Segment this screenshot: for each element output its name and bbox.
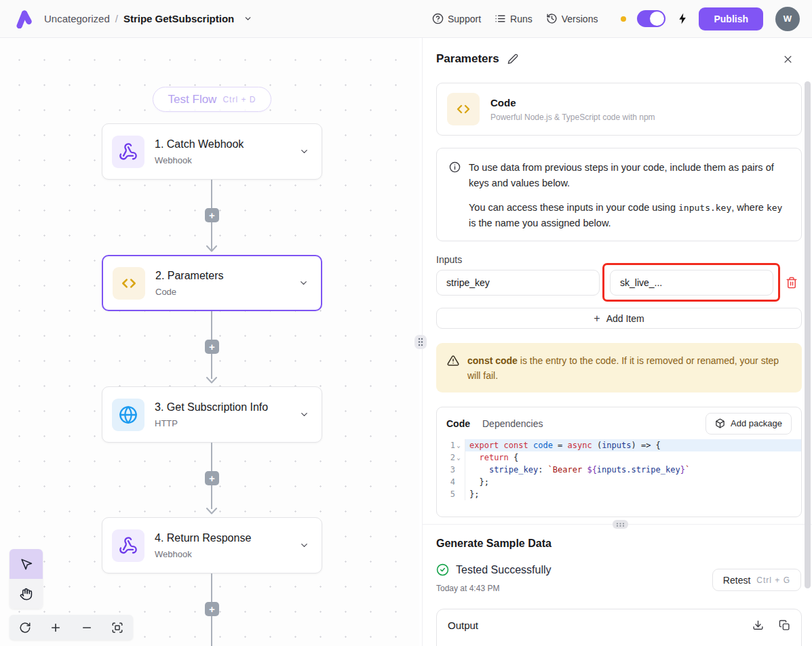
step-subtitle: Code bbox=[155, 287, 288, 297]
inputs-info-card: To use data from previous steps in your … bbox=[436, 148, 802, 241]
code-line[interactable]: return { bbox=[465, 451, 801, 464]
flow-enabled-toggle[interactable] bbox=[637, 10, 665, 27]
info-paragraph-2: You can access these inputs in your code… bbox=[469, 200, 789, 232]
download-output-button[interactable] bbox=[752, 620, 764, 631]
add-package-label: Add package bbox=[731, 418, 782, 428]
tab-code[interactable]: Code bbox=[446, 418, 470, 429]
step-chevron-icon[interactable] bbox=[299, 146, 309, 157]
piece-info-card: Code Powerful Node.js & TypeScript code … bbox=[436, 83, 802, 136]
app-window: Uncategorized / Stripe GetSubscription S… bbox=[0, 0, 812, 646]
test-flow-button[interactable]: Test Flow Ctrl + D bbox=[153, 87, 271, 112]
zoom-in-button[interactable] bbox=[44, 616, 67, 639]
code-lines[interactable]: export const code = async (inputs) => { … bbox=[465, 439, 801, 500]
step-subtitle: HTTP bbox=[155, 418, 289, 428]
code-icon bbox=[113, 267, 145, 300]
edge-arrowhead-icon bbox=[206, 508, 218, 514]
step-card-parameters[interactable]: 2. Parameters Code bbox=[102, 255, 322, 311]
zoom-out-button[interactable] bbox=[75, 616, 98, 639]
info-p2-mid: , where bbox=[731, 202, 767, 213]
section-resize-handle[interactable] bbox=[613, 520, 628, 529]
piece-text: Code Powerful Node.js & TypeScript code … bbox=[490, 97, 655, 122]
add-step-button[interactable]: + bbox=[205, 602, 219, 616]
runs-label: Runs bbox=[510, 14, 533, 24]
fit-view-button[interactable] bbox=[106, 616, 129, 639]
copy-icon bbox=[779, 620, 790, 631]
add-item-button[interactable]: + Add Item bbox=[436, 308, 802, 329]
retest-button[interactable]: Retest Ctrl + G bbox=[712, 569, 801, 591]
test-flow-shortcut: Ctrl + D bbox=[223, 95, 256, 104]
breadcrumb-separator: / bbox=[115, 13, 118, 24]
breadcrumb-category[interactable]: Uncategorized bbox=[44, 13, 110, 24]
add-step-button[interactable]: + bbox=[205, 471, 219, 485]
hand-icon bbox=[20, 588, 33, 601]
add-package-button[interactable]: Add package bbox=[705, 413, 792, 435]
avatar[interactable]: W bbox=[775, 7, 800, 31]
pan-tool-button[interactable] bbox=[9, 579, 43, 609]
tab-dependencies[interactable]: Dependencies bbox=[482, 418, 543, 429]
step-text: 3. Get Subscription Info HTTP bbox=[155, 401, 289, 428]
grip-dots-icon bbox=[418, 338, 423, 346]
piece-name: Code bbox=[490, 97, 655, 108]
webhook-icon bbox=[112, 529, 144, 562]
instant-run-bolt-icon[interactable] bbox=[676, 12, 689, 26]
support-label: Support bbox=[448, 14, 481, 24]
code-line[interactable]: }; bbox=[465, 488, 801, 500]
panel-scrollbar[interactable] bbox=[805, 81, 811, 588]
step-card-get-subscription-info[interactable]: 3. Get Subscription Info HTTP bbox=[102, 386, 322, 443]
warning-bold: const code bbox=[467, 355, 518, 366]
versions-button[interactable]: Versions bbox=[539, 7, 605, 30]
test-status-text: Tested Successfully bbox=[456, 564, 552, 576]
panel-resize-handle[interactable] bbox=[414, 335, 427, 349]
flow-canvas[interactable]: Test Flow Ctrl + D 1. Catch Webhook Webh… bbox=[0, 38, 419, 646]
input-value-field[interactable] bbox=[610, 270, 773, 296]
editor-header: Code Dependencies Add package bbox=[437, 407, 801, 439]
code-editor[interactable]: 1⌄2⌄3⌄4⌄5⌄ export const code = async (in… bbox=[437, 439, 801, 500]
download-icon bbox=[752, 620, 764, 631]
toggle-knob bbox=[650, 12, 664, 26]
canvas-tool-group bbox=[9, 549, 43, 609]
flow-menu-chevron-icon[interactable] bbox=[244, 14, 252, 23]
info-p2-before: You can access these inputs in your code… bbox=[469, 202, 678, 213]
warning-triangle-icon bbox=[447, 355, 459, 382]
step-chevron-icon[interactable] bbox=[299, 409, 309, 420]
activepieces-logo-icon[interactable] bbox=[16, 9, 34, 28]
output-actions bbox=[752, 620, 790, 631]
add-step-button[interactable]: + bbox=[205, 340, 219, 354]
input-key-field[interactable] bbox=[436, 270, 600, 296]
top-header: Uncategorized / Stripe GetSubscription S… bbox=[0, 0, 812, 38]
close-panel-button[interactable] bbox=[783, 54, 793, 64]
step-title: 2. Parameters bbox=[155, 270, 288, 282]
delete-input-button[interactable] bbox=[782, 273, 801, 292]
step-chevron-icon[interactable] bbox=[298, 278, 309, 288]
runs-list-icon bbox=[495, 13, 506, 24]
support-button[interactable]: Support bbox=[425, 7, 488, 30]
output-card: Output bbox=[436, 609, 802, 646]
copy-output-button[interactable] bbox=[779, 620, 790, 631]
reset-view-button[interactable] bbox=[14, 616, 37, 639]
code-line[interactable]: }; bbox=[465, 476, 801, 488]
draft-status-dot bbox=[621, 16, 626, 22]
fit-screen-icon bbox=[111, 622, 123, 634]
info-icon bbox=[449, 161, 461, 229]
edge-arrowhead-icon bbox=[206, 245, 218, 252]
step-card-return-response[interactable]: 4. Return Response Webhook bbox=[102, 517, 322, 573]
rename-step-button[interactable] bbox=[507, 54, 518, 64]
publish-button[interactable]: Publish bbox=[699, 7, 763, 31]
code-line[interactable]: stripe_key: `Bearer ${inputs.stripe_key}… bbox=[465, 464, 801, 476]
code-icon bbox=[447, 93, 480, 125]
runs-button[interactable]: Runs bbox=[488, 7, 539, 30]
rotate-icon bbox=[19, 622, 31, 634]
code-editor-card: Code Dependencies Add package 1⌄2⌄3⌄4⌄5⌄… bbox=[436, 407, 802, 517]
const-code-warning: const code is the entry to the code. If … bbox=[436, 343, 802, 392]
add-step-button[interactable]: + bbox=[205, 208, 219, 222]
select-tool-button[interactable] bbox=[9, 549, 43, 579]
generate-sample-data-heading: Generate Sample Data bbox=[436, 538, 552, 550]
code-line[interactable]: export const code = async (inputs) => { bbox=[465, 439, 801, 451]
step-text: 4. Return Response Webhook bbox=[155, 532, 289, 559]
step-subtitle: Webhook bbox=[155, 155, 289, 165]
flow-name[interactable]: Stripe GetSubscription bbox=[123, 13, 234, 24]
step-chevron-icon[interactable] bbox=[299, 540, 309, 550]
inputs-section-label: Inputs bbox=[436, 254, 462, 265]
step-card-catch-webhook[interactable]: 1. Catch Webhook Webhook bbox=[102, 123, 322, 180]
globe-icon bbox=[112, 399, 144, 431]
